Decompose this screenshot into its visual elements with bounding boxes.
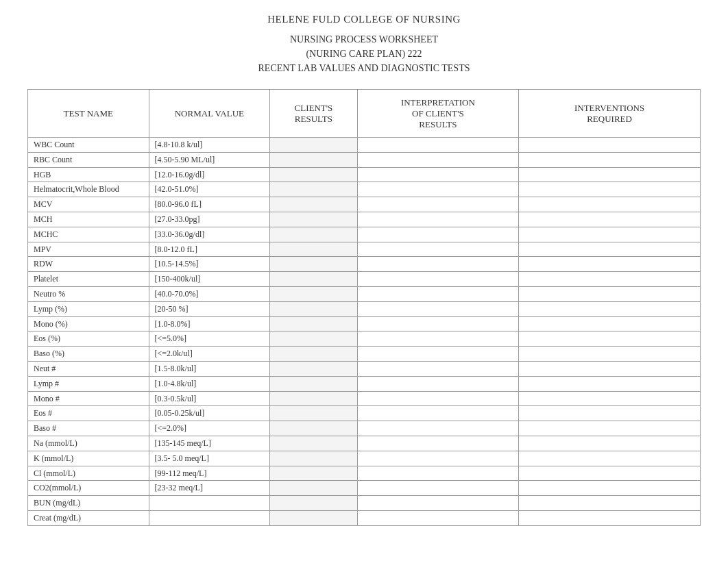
results-cell[interactable]	[270, 257, 358, 272]
interpretation-cell[interactable]	[357, 272, 518, 287]
results-cell[interactable]	[270, 197, 358, 212]
results-cell[interactable]	[270, 138, 358, 153]
results-cell[interactable]	[270, 391, 358, 406]
results-cell[interactable]	[270, 496, 358, 511]
results-cell[interactable]	[270, 481, 358, 496]
interpretation-cell[interactable]	[357, 301, 518, 316]
table-row: Creat (mg/dL)	[28, 510, 701, 525]
normal-value-cell: [0.05-0.25k/ul]	[149, 406, 270, 421]
table-header-row: TEST NAME NORMAL VALUE CLIENT'SRESULTS I…	[28, 90, 701, 138]
results-cell[interactable]	[270, 406, 358, 421]
results-cell[interactable]	[270, 286, 358, 301]
interventions-cell[interactable]	[519, 227, 701, 242]
interventions-cell[interactable]	[519, 257, 701, 272]
interpretation-cell[interactable]	[357, 496, 518, 511]
results-cell[interactable]	[270, 451, 358, 466]
interpretation-cell[interactable]	[357, 421, 518, 436]
results-cell[interactable]	[270, 227, 358, 242]
results-cell[interactable]	[270, 301, 358, 316]
interventions-cell[interactable]	[519, 496, 701, 511]
interventions-cell[interactable]	[519, 436, 701, 451]
table-row: Mono #[0.3-0.5k/ul]	[28, 391, 701, 406]
interpretation-cell[interactable]	[357, 406, 518, 421]
interpretation-cell[interactable]	[357, 212, 518, 227]
interventions-cell[interactable]	[519, 451, 701, 466]
test-name-cell: RBC Count	[28, 152, 149, 167]
interpretation-cell[interactable]	[357, 182, 518, 197]
interventions-cell[interactable]	[519, 361, 701, 376]
normal-value-cell: [99-112 meq/L]	[149, 466, 270, 481]
interventions-cell[interactable]	[519, 197, 701, 212]
interpretation-cell[interactable]	[357, 391, 518, 406]
results-cell[interactable]	[270, 182, 358, 197]
interpretation-cell[interactable]	[357, 347, 518, 362]
interventions-cell[interactable]	[519, 167, 701, 182]
interpretation-cell[interactable]	[357, 167, 518, 182]
interventions-cell[interactable]	[519, 391, 701, 406]
results-cell[interactable]	[270, 167, 358, 182]
interpretation-cell[interactable]	[357, 197, 518, 212]
results-cell[interactable]	[270, 272, 358, 287]
results-cell[interactable]	[270, 242, 358, 257]
interpretation-cell[interactable]	[357, 331, 518, 347]
interpretation-cell[interactable]	[357, 436, 518, 451]
table-row: Neutro %[40.0-70.0%]	[28, 286, 701, 301]
test-name-cell: MCH	[28, 212, 149, 227]
table-row: Eos (%)[<=5.0%]	[28, 331, 701, 347]
header-section: HELENE FULD COLLEGE OF NURSING NURSING P…	[27, 14, 701, 75]
interpretation-cell[interactable]	[357, 510, 518, 525]
interpretation-cell[interactable]	[357, 466, 518, 481]
normal-value-cell: [<=2.0k/ul]	[149, 347, 270, 362]
interventions-cell[interactable]	[519, 481, 701, 496]
results-cell[interactable]	[270, 347, 358, 362]
interpretation-cell[interactable]	[357, 481, 518, 496]
interpretation-cell[interactable]	[357, 257, 518, 272]
results-cell[interactable]	[270, 376, 358, 391]
interventions-cell[interactable]	[519, 286, 701, 301]
interpretation-cell[interactable]	[357, 152, 518, 167]
results-cell[interactable]	[270, 331, 358, 347]
test-name-cell: Helmatocrit,Whole Blood	[28, 182, 149, 197]
results-cell[interactable]	[270, 436, 358, 451]
results-cell[interactable]	[270, 316, 358, 331]
interventions-cell[interactable]	[519, 347, 701, 362]
interventions-cell[interactable]	[519, 406, 701, 421]
results-cell[interactable]	[270, 421, 358, 436]
interventions-cell[interactable]	[519, 466, 701, 481]
interventions-cell[interactable]	[519, 272, 701, 287]
interventions-cell[interactable]	[519, 138, 701, 153]
interventions-cell[interactable]	[519, 421, 701, 436]
interpretation-cell[interactable]	[357, 242, 518, 257]
interpretation-cell[interactable]	[357, 451, 518, 466]
table-row: RBC Count[4.50-5.90 ML/ul]	[28, 152, 701, 167]
interpretation-cell[interactable]	[357, 361, 518, 376]
interventions-cell[interactable]	[519, 212, 701, 227]
interventions-cell[interactable]	[519, 316, 701, 331]
table-row: RDW[10.5-14.5%]	[28, 257, 701, 272]
interventions-cell[interactable]	[519, 182, 701, 197]
normal-value-cell	[149, 496, 270, 511]
test-name-cell: Na (mmol/L)	[28, 436, 149, 451]
results-cell[interactable]	[270, 212, 358, 227]
interventions-cell[interactable]	[519, 376, 701, 391]
interventions-cell[interactable]	[519, 331, 701, 347]
interventions-cell[interactable]	[519, 510, 701, 525]
results-cell[interactable]	[270, 152, 358, 167]
interventions-cell[interactable]	[519, 152, 701, 167]
normal-value-cell: [150-400k/ul]	[149, 272, 270, 287]
interpretation-cell[interactable]	[357, 227, 518, 242]
normal-value-cell: [42.0-51.0%]	[149, 182, 270, 197]
interventions-cell[interactable]	[519, 242, 701, 257]
interventions-cell[interactable]	[519, 301, 701, 316]
interpretation-cell[interactable]	[357, 286, 518, 301]
title-line2: (NURING CARE PLAN) 222	[27, 47, 701, 61]
interpretation-cell[interactable]	[357, 316, 518, 331]
normal-value-cell: [3.5- 5.0 meq/L]	[149, 451, 270, 466]
interpretation-cell[interactable]	[357, 138, 518, 153]
normal-value-cell: [135-145 meq/L]	[149, 436, 270, 451]
results-cell[interactable]	[270, 361, 358, 376]
results-cell[interactable]	[270, 466, 358, 481]
results-cell[interactable]	[270, 510, 358, 525]
interpretation-cell[interactable]	[357, 376, 518, 391]
title-line1: NURSING PROCESS WORKSHEET	[27, 32, 701, 47]
